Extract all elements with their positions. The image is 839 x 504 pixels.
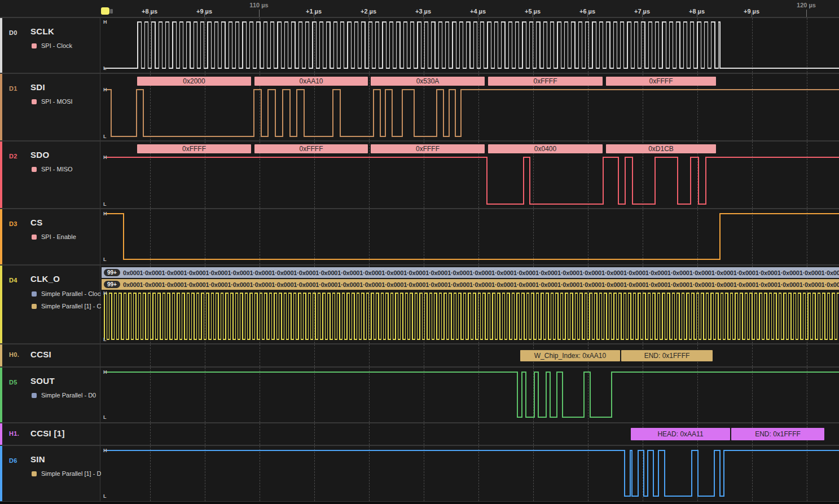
annotation-box[interactable]: 0xD1CB: [606, 144, 716, 153]
channel-sidebar-ccsi-1[interactable]: H1. CCSI [1]: [0, 423, 100, 445]
level-low-label: L: [103, 134, 107, 139]
analyzer-color-swatch: [32, 43, 37, 48]
timeline-tick-mark: [368, 12, 369, 17]
annotation-box[interactable]: 0xFFFF: [137, 144, 251, 153]
timeline-tick-mark: [314, 12, 314, 17]
channel-name: SDI: [30, 82, 45, 92]
annotation-box[interactable]: 0xAA10: [254, 77, 368, 86]
channel-color-strip: [0, 74, 2, 140]
channel-sidebar-sin[interactable]: D6 SIN Simple Parallel [1] - D0: [0, 446, 100, 501]
annotation-box[interactable]: 0xFFFF: [488, 77, 603, 86]
annotation-box[interactable]: W_Chip_Index: 0xAA10: [520, 350, 620, 361]
channel-sidebar-sdi[interactable]: D1 SDI SPI - MOSI: [0, 74, 100, 140]
timeline-tick-mark: [642, 12, 643, 17]
timeline-tick-mark: [587, 12, 588, 17]
channel-index-label: H1.: [9, 430, 19, 437]
gridline: [205, 423, 205, 445]
analyzer-tag-label: SPI - MISO: [41, 166, 73, 173]
digital-waveform: [101, 18, 839, 73]
timeline-tick-mark: [533, 12, 533, 17]
waveform-area-cs[interactable]: H L: [101, 209, 839, 264]
timing-marker-fragment: [110, 9, 113, 14]
annotation-box[interactable]: END: 0x1FFFF: [731, 428, 824, 440]
level-low-label: L: [103, 201, 107, 207]
channel-row-sdi: D1 SDI SPI - MOSI H L 0x20000xAA100x530A…: [0, 74, 839, 142]
gridline: [260, 344, 260, 366]
analyzer-tag[interactable]: Simple Parallel [1] - Cl...: [32, 303, 108, 310]
channel-color-strip: [0, 446, 2, 501]
waveform-area-sdo[interactable]: H L 0xFFFF0xFFFF0xFFFF0x04000xD1CB: [101, 142, 839, 208]
channel-sidebar-ccsi[interactable]: H0. CCSI: [0, 344, 100, 366]
channel-color-strip: [0, 266, 2, 343]
channel-sidebar-sclk[interactable]: D0 SCLK SPI - Clock: [0, 18, 100, 73]
channel-row-sdo: D2 SDO SPI - MISO H L 0xFFFF0xFFFF0xFFFF…: [0, 142, 839, 209]
parallel-data-row[interactable]: 99+ 0x0001·0x0001·0x0001·0x0001·0x0001·0…: [102, 279, 839, 290]
analyzer-tag-label: SPI - Enable: [41, 233, 76, 240]
channel-name: CS: [30, 218, 42, 227]
timeline-tick-mark: [478, 12, 478, 17]
waveform-area-sclk[interactable]: H L: [101, 18, 839, 73]
annotation-box[interactable]: 0x530A: [371, 77, 485, 86]
analyzer-tag-label: SPI - MOSI: [41, 98, 73, 105]
level-high-label: H: [103, 290, 107, 296]
channel-sidebar-sout[interactable]: D5 SOUT Simple Parallel - D0: [0, 368, 100, 422]
channel-index-label: D6: [9, 457, 17, 464]
waveform-area-clk-o[interactable]: 99+ 0x0001·0x0001·0x0001·0x0001·0x0001·0…: [101, 266, 839, 343]
waveform-area-sdi[interactable]: H L 0x20000xAA100x530A0xFFFF0xFFFF: [101, 74, 839, 140]
parallel-values-text: 0x0001·0x0001·0x0001·0x0001·0x0001·0x000…: [123, 281, 839, 288]
analyzer-tag[interactable]: Simple Parallel [1] - D0: [32, 470, 105, 477]
bottom-edge: [0, 502, 839, 504]
timeline-tick-mark: [259, 10, 260, 17]
annotation-box[interactable]: 0x0400: [488, 144, 603, 153]
overflow-count-badge: 99+: [104, 281, 120, 288]
gridline: [424, 344, 424, 366]
gridline: [478, 344, 479, 366]
channel-row-ccsi: H0. CCSI W_Chip_Index: 0xAA10END: 0x1FFF…: [0, 344, 839, 368]
level-low-label: L: [103, 493, 107, 499]
timeline-ruler[interactable]: +8 µs+9 µs110 µs+1 µs+2 µs+3 µs+4 µs+5 µ…: [0, 0, 839, 18]
annotation-area-ccsi[interactable]: W_Chip_Index: 0xAA10END: 0x1FFFF: [101, 344, 839, 366]
channel-name: SCLK: [30, 26, 54, 36]
annotation-box[interactable]: HEAD: 0xAA11: [631, 428, 730, 440]
analyzer-tag-label: SPI - Clock: [41, 42, 72, 49]
parallel-data-row[interactable]: 99+ 0x0001·0x0001·0x0001·0x0001·0x0001·0…: [102, 267, 839, 278]
channel-sidebar-sdo[interactable]: D2 SDO SPI - MISO: [0, 142, 100, 208]
timeline-tick-label: 110 µs: [249, 2, 268, 8]
annotation-box[interactable]: 0xFFFF: [254, 144, 368, 153]
gridline: [478, 423, 479, 445]
gridline: [588, 423, 588, 445]
channel-sidebar-clk-o[interactable]: D4 CLK_O Simple Parallel - Clock Simple …: [0, 266, 100, 343]
channel-name: CCSI: [30, 350, 51, 359]
waveform-area-sin[interactable]: H L: [101, 446, 839, 501]
annotation-area-ccsi-1[interactable]: HEAD: 0xAA11END: 0x1FFFF: [101, 423, 839, 445]
channel-color-strip: [0, 423, 2, 445]
analyzer-tag-label: Simple Parallel [1] - D0: [41, 470, 105, 477]
analyzer-tag-label: Simple Parallel - D0: [41, 392, 96, 399]
level-high-label: H: [103, 211, 107, 216]
channel-row-sout: D5 SOUT Simple Parallel - D0 H L: [0, 368, 839, 423]
channel-sidebar-cs[interactable]: D3 CS SPI - Enable: [0, 209, 100, 264]
annotation-box[interactable]: 0xFFFF: [371, 144, 485, 153]
analyzer-tag[interactable]: SPI - Enable: [32, 233, 76, 240]
analyzer-color-swatch: [32, 167, 37, 172]
analyzer-color-swatch: [32, 291, 37, 297]
channel-rows: D0 SCLK SPI - Clock H L D1 SDI SPI - M: [0, 18, 839, 504]
analyzer-tag[interactable]: SPI - MOSI: [32, 98, 73, 105]
gridline: [314, 423, 315, 445]
timing-marker-flag[interactable]: [101, 7, 109, 15]
analyzer-tag[interactable]: SPI - MISO: [32, 166, 73, 173]
gridline: [533, 423, 534, 445]
channel-name: SOUT: [30, 376, 55, 386]
annotation-box[interactable]: 0xFFFF: [606, 77, 716, 86]
gridline: [369, 344, 370, 366]
channel-row-sclk: D0 SCLK SPI - Clock H L: [0, 18, 839, 74]
annotation-box[interactable]: 0x2000: [137, 77, 251, 86]
waveform-area-sout[interactable]: H L: [101, 368, 839, 422]
level-high-label: H: [103, 19, 107, 25]
analyzer-tag[interactable]: Simple Parallel - Clock: [32, 290, 104, 297]
analyzer-tag[interactable]: SPI - Clock: [32, 42, 72, 49]
channel-index-label: D4: [9, 277, 17, 284]
annotation-box[interactable]: END: 0x1FFFF: [621, 350, 713, 361]
analyzer-tag[interactable]: Simple Parallel - D0: [32, 392, 96, 399]
level-high-label: H: [103, 448, 107, 453]
